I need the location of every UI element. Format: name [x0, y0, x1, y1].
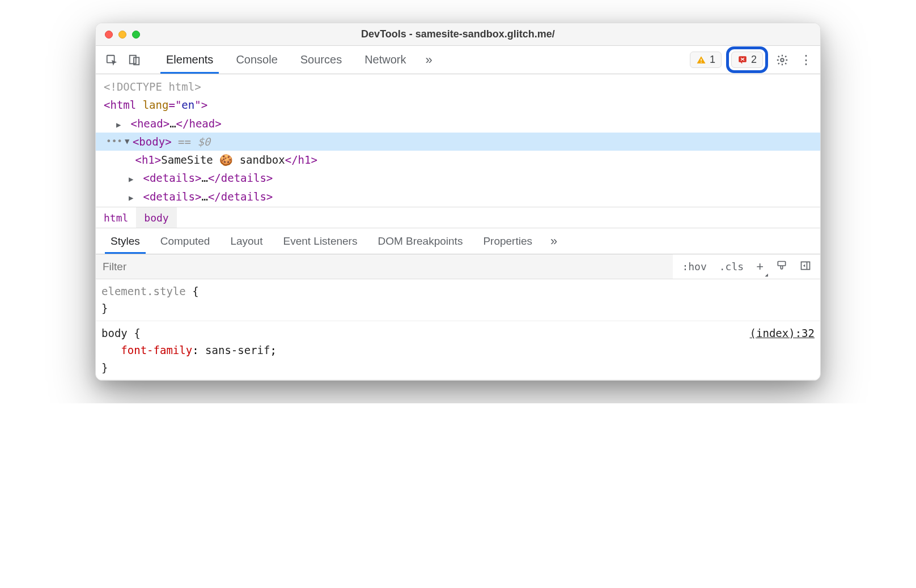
- more-subtabs-button[interactable]: »: [542, 234, 565, 249]
- styles-tools: :hov .cls + ◢: [673, 257, 820, 276]
- cls-toggle[interactable]: .cls: [716, 258, 747, 275]
- toggle-sidebar-button[interactable]: [796, 258, 815, 276]
- warnings-counter[interactable]: 1: [690, 52, 722, 68]
- window-title: DevTools - samesite-sandbox.glitch.me/: [96, 28, 820, 40]
- subtab-properties[interactable]: Properties: [473, 228, 542, 254]
- inspect-element-button[interactable]: [100, 49, 123, 71]
- tab-network[interactable]: Network: [353, 46, 417, 74]
- inspect-icon: [105, 54, 118, 66]
- brush-icon: [776, 260, 787, 271]
- devtools-window: DevTools - samesite-sandbox.glitch.me/ E…: [95, 23, 821, 381]
- device-icon: [128, 54, 141, 66]
- subtab-event-listeners[interactable]: Event Listeners: [273, 228, 367, 254]
- dom-html-open[interactable]: <html lang="en">: [96, 96, 820, 114]
- rule-source-link[interactable]: (index):32: [750, 325, 815, 342]
- close-window-button[interactable]: [105, 31, 113, 39]
- tab-console[interactable]: Console: [224, 46, 289, 74]
- styles-panel: element.style { } (index):32 body { font…: [96, 279, 820, 380]
- dom-details-2[interactable]: ▶ <details>…</details>: [96, 188, 820, 206]
- settings-button[interactable]: [773, 50, 792, 70]
- panel-tabs: Elements Console Sources Network »: [155, 46, 440, 74]
- warning-icon: [696, 55, 706, 65]
- expand-arrow-icon[interactable]: ▶: [129, 191, 137, 205]
- expand-arrow-icon[interactable]: ▶: [129, 173, 137, 186]
- issues-counter[interactable]: 2: [731, 52, 763, 68]
- dom-head[interactable]: ▶ <head>…</head>: [96, 114, 820, 133]
- svg-rect-7: [778, 261, 785, 266]
- main-toolbar: Elements Console Sources Network » 1 2 ⋮: [96, 46, 820, 74]
- svg-rect-3: [701, 58, 702, 61]
- dom-tree[interactable]: <!DOCTYPE html> <html lang="en"> ▶ <head…: [96, 74, 820, 207]
- body-rule[interactable]: (index):32 body { font-family: sans-seri…: [96, 321, 820, 380]
- crumb-html[interactable]: html: [96, 207, 136, 228]
- breadcrumb: html body: [96, 207, 820, 228]
- svg-point-6: [781, 58, 784, 62]
- more-options-button[interactable]: ⋮: [796, 50, 816, 70]
- crumb-body[interactable]: body: [136, 207, 176, 228]
- ellipsis-icon: •••: [104, 134, 122, 149]
- collapse-arrow-icon[interactable]: ▼: [125, 135, 133, 148]
- hov-toggle[interactable]: :hov: [678, 258, 710, 275]
- minimize-window-button[interactable]: [118, 31, 126, 39]
- subtab-dom-breakpoints[interactable]: DOM Breakpoints: [367, 228, 473, 254]
- tab-elements[interactable]: Elements: [155, 46, 224, 74]
- traffic-lights: [96, 31, 140, 39]
- titlebar: DevTools - samesite-sandbox.glitch.me/: [96, 23, 820, 46]
- dom-h1[interactable]: <h1>SameSite 🍪 sandbox</h1>: [96, 151, 820, 169]
- svg-rect-8: [801, 262, 810, 269]
- css-value[interactable]: sans-serif: [205, 344, 270, 356]
- element-style-rule[interactable]: element.style { }: [96, 279, 820, 321]
- subtab-computed[interactable]: Computed: [150, 228, 220, 254]
- warnings-count: 1: [710, 54, 715, 66]
- svg-rect-4: [701, 62, 702, 63]
- more-tabs-button[interactable]: »: [418, 53, 440, 67]
- maximize-window-button[interactable]: [132, 31, 140, 39]
- subtab-layout[interactable]: Layout: [220, 228, 273, 254]
- expand-arrow-icon[interactable]: ▶: [116, 118, 124, 132]
- device-toggle-button[interactable]: [123, 49, 146, 71]
- toolbar-right: 1 2 ⋮: [690, 46, 816, 73]
- dom-body-selected[interactable]: ••• ▼ <body> == $0: [96, 133, 820, 151]
- styles-filter-row: :hov .cls + ◢: [96, 254, 820, 279]
- subtab-styles[interactable]: Styles: [100, 228, 150, 254]
- new-style-rule-button[interactable]: + ◢: [753, 257, 767, 276]
- issues-highlight: 2: [726, 46, 768, 73]
- sidebar-icon: [800, 260, 811, 271]
- styles-filter-input[interactable]: [96, 254, 673, 279]
- issues-count: 2: [751, 54, 757, 66]
- gear-icon: [776, 54, 788, 66]
- dom-details-1[interactable]: ▶ <details>…</details>: [96, 169, 820, 187]
- issues-icon: [737, 55, 748, 65]
- css-property[interactable]: font-family: [121, 344, 192, 356]
- tab-sources[interactable]: Sources: [289, 46, 353, 74]
- sidebar-subtabs: Styles Computed Layout Event Listeners D…: [96, 228, 820, 254]
- paint-brush-button[interactable]: [773, 258, 791, 276]
- dom-doctype[interactable]: <!DOCTYPE html>: [96, 78, 820, 96]
- svg-rect-1: [130, 55, 136, 63]
